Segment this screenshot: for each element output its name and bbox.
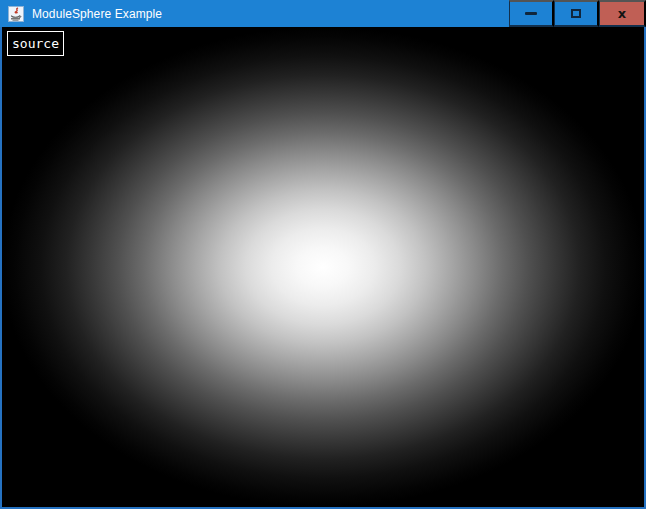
maximize-icon (571, 9, 581, 18)
window-controls: x (509, 0, 646, 27)
application-window: ModuleSphere Example x source (0, 0, 646, 509)
window-title: ModuleSphere Example (32, 7, 162, 21)
titlebar[interactable]: ModuleSphere Example x (0, 0, 646, 27)
source-label: source (7, 31, 64, 56)
minimize-icon (525, 12, 537, 15)
close-button[interactable]: x (599, 0, 646, 27)
render-viewport[interactable]: source (0, 27, 646, 509)
maximize-button[interactable] (554, 0, 599, 27)
close-icon: x (618, 7, 626, 20)
java-coffee-cup-icon (8, 6, 24, 22)
minimize-button[interactable] (509, 0, 554, 27)
